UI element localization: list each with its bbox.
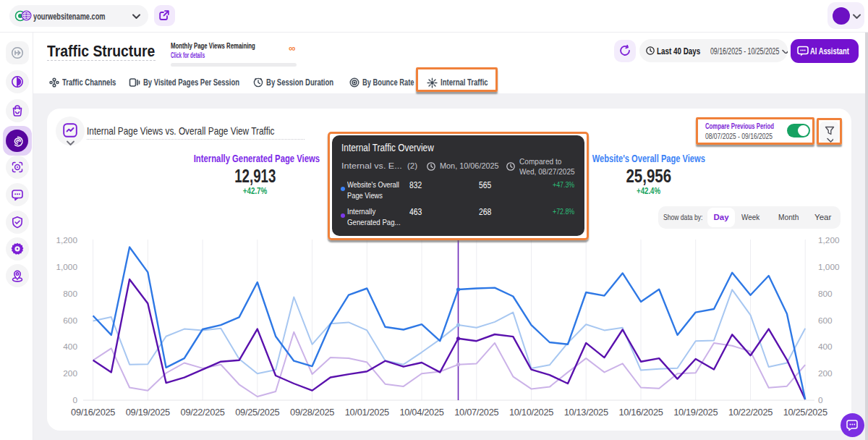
svg-text:10/01/2025: 10/01/2025 <box>345 407 389 418</box>
svg-text:600: 600 <box>818 316 833 326</box>
svg-text:09/19/2025: 09/19/2025 <box>126 407 170 418</box>
svg-text:0: 0 <box>818 395 823 405</box>
svg-text:10/25/2025: 10/25/2025 <box>783 407 827 418</box>
svg-text:800: 800 <box>818 289 833 299</box>
svg-text:10/10/2025: 10/10/2025 <box>509 407 553 418</box>
svg-text:200: 200 <box>818 368 833 378</box>
svg-text:0: 0 <box>72 395 77 405</box>
svg-text:400: 400 <box>818 342 833 352</box>
svg-text:600: 600 <box>63 316 77 326</box>
svg-text:10/04/2025: 10/04/2025 <box>399 407 443 418</box>
svg-text:200: 200 <box>63 368 77 378</box>
svg-text:09/28/2025: 09/28/2025 <box>290 407 334 418</box>
svg-text:09/16/2025: 09/16/2025 <box>71 407 115 418</box>
svg-text:1,200: 1,200 <box>56 235 77 245</box>
svg-text:10/16/2025: 10/16/2025 <box>618 407 663 418</box>
svg-text:10/22/2025: 10/22/2025 <box>728 407 773 418</box>
svg-text:1,000: 1,000 <box>56 262 77 272</box>
svg-text:800: 800 <box>63 289 77 299</box>
svg-text:09/25/2025: 09/25/2025 <box>235 407 279 418</box>
svg-text:1,000: 1,000 <box>818 262 840 272</box>
svg-text:10/13/2025: 10/13/2025 <box>564 407 608 418</box>
svg-text:09/22/2025: 09/22/2025 <box>181 407 225 418</box>
svg-text:10/19/2025: 10/19/2025 <box>673 407 718 418</box>
svg-text:10/07/2025: 10/07/2025 <box>454 407 498 418</box>
svg-text:1,200: 1,200 <box>818 235 840 245</box>
svg-text:400: 400 <box>63 342 77 352</box>
